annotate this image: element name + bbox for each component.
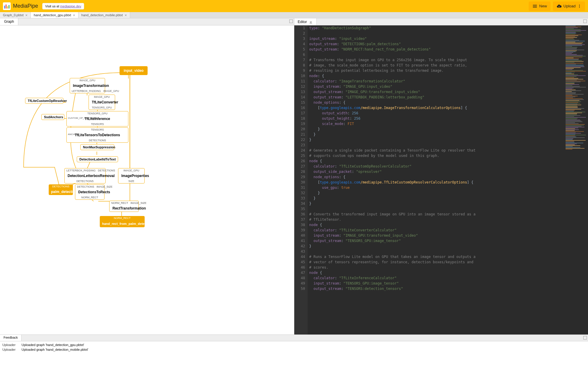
cloud-upload-icon <box>556 4 562 9</box>
node-tensors-to-detections[interactable]: TENSORS ANCHORSTfLiteTensorsToDetections… <box>66 127 128 143</box>
visit-link[interactable]: mediapipe.dev <box>60 4 81 8</box>
app-title: MediaPipe <box>13 3 38 9</box>
node-non-max-suppression[interactable]: NonMaxSuppression <box>80 144 114 150</box>
visit-chip[interactable]: Visit us at mediapipe.dev <box>42 3 84 9</box>
download-icon[interactable] <box>309 20 313 24</box>
close-icon[interactable]: × <box>25 13 28 17</box>
upload-button[interactable]: Upload <box>553 1 585 11</box>
node-tflite-inference[interactable]: TENSORS_GPU CUSTOM_OP_RESOLVERTfLiteInfe… <box>66 111 128 126</box>
file-tab[interactable]: hand_detection_mobile.pbtxt× <box>79 12 130 18</box>
visit-prefix: Visit us at <box>45 4 60 8</box>
node-title: RectTransformation <box>110 205 138 212</box>
node-palm-detections[interactable]: DETECTIONS palm_detections <box>49 184 73 195</box>
graph-pane-tabs: Graph <box>0 18 294 25</box>
tab-graph[interactable]: Graph <box>0 18 18 25</box>
node-title: ImageTransformation <box>70 82 105 89</box>
node-hand-rect[interactable]: NORM_RECT hand_rect_from_palm_detections <box>100 216 145 227</box>
editor-pane-tabs: Editor <box>294 18 588 25</box>
graph-pane: Graph input_video IMAGE_GPU ImageTransfo… <box>0 18 294 334</box>
code-content[interactable]: type: "HandDetectionSubgraph" input_stre… <box>308 25 588 334</box>
tab-feedback[interactable]: Feedback <box>0 335 22 341</box>
node-letterbox-removal[interactable]: LETTERBOX_PADDINGDETECTIONS DetectionLet… <box>64 168 106 184</box>
node-image-properties[interactable]: IMAGE_GPU ImageProperties SIZE <box>118 168 145 184</box>
node-detection-label-to-text[interactable]: DetectionLabelIdToText <box>77 156 118 162</box>
line-gutter: 1234567891011121314151617181920212223242… <box>294 25 308 334</box>
node-title: ImageProperties <box>118 173 144 179</box>
node-title: DetectionLetterboxRemoval <box>65 173 105 179</box>
upload-label: Upload <box>564 4 576 8</box>
new-label: New <box>539 4 547 8</box>
file-tab[interactable]: hand_detection_gpu.pbtxt× <box>31 12 78 18</box>
node-title: input_video <box>120 66 148 75</box>
svg-point-1 <box>579 6 580 6</box>
svg-point-0 <box>579 4 580 5</box>
node-title: palm_detections <box>49 189 73 195</box>
file-tabs: Graph_0.pbtxt×hand_detection_gpu.pbtxt×h… <box>0 12 588 18</box>
feedback-row: UploaderUploaded graph 'hand_detection_m… <box>2 347 586 352</box>
hamburger-icon <box>532 4 538 9</box>
editor-tab-label: Editor <box>298 20 307 24</box>
close-icon[interactable]: × <box>73 13 75 17</box>
node-title: DetectionsToRects <box>75 189 104 195</box>
feedback-tabs: Feedback <box>0 335 588 341</box>
node-title: TfLiteCustomOpResolver <box>25 98 63 103</box>
expand-icon[interactable] <box>289 20 293 23</box>
node-tflite-converter[interactable]: IMAGE_GPU TfLiteConverter TENSORS_GPU <box>89 95 115 110</box>
expand-icon[interactable] <box>583 20 587 23</box>
file-tab[interactable]: Graph_0.pbtxt× <box>0 12 31 18</box>
svg-point-2 <box>579 7 580 7</box>
code-editor[interactable]: 1234567891011121314151617181920212223242… <box>294 25 588 334</box>
feedback-panel: Feedback UploaderUploaded graph 'hand_de… <box>0 334 588 367</box>
node-tflite-custom-op-resolver[interactable]: TfLiteCustomOpResolver <box>25 98 63 104</box>
node-ssd-anchors[interactable]: SsdAnchors <box>41 114 64 120</box>
node-title: TfLiteTensorsToDetections <box>75 133 120 137</box>
node-image-transformation[interactable]: IMAGE_GPU ImageTransformation LETTERBOX_… <box>70 78 105 93</box>
app-header: MediaPipe Visit us at mediapipe.dev New … <box>0 0 588 12</box>
menu-dots-icon <box>577 4 582 9</box>
node-title: DetectionLabelIdToText <box>77 157 118 162</box>
expand-icon[interactable] <box>583 336 587 340</box>
tab-editor[interactable]: Editor <box>294 18 317 25</box>
editor-pane: Editor 123456789101112131415161718192021… <box>294 18 588 334</box>
logo <box>3 2 11 10</box>
feedback-row: UploaderUploaded graph 'hand_detection_g… <box>2 342 586 347</box>
feedback-body: UploaderUploaded graph 'hand_detection_g… <box>0 341 588 353</box>
node-title: NonMaxSuppression <box>81 144 114 150</box>
minimap[interactable] <box>564 25 588 334</box>
node-title: SsdAnchors <box>42 114 64 120</box>
close-icon[interactable]: × <box>125 13 127 17</box>
node-detections-to-rects[interactable]: DETECTIONSIMAGE_SIZE DetectionsToRects N… <box>75 184 104 200</box>
node-title: TfLiteConverter <box>89 99 115 105</box>
node-input-video[interactable]: input_video <box>120 66 148 75</box>
node-rect-transformation[interactable]: NORM_RECTIMAGE_SIZE RectTransformation <box>109 201 139 212</box>
node-title: hand_rect_from_palm_detections <box>100 220 145 227</box>
new-button[interactable]: New <box>529 1 551 11</box>
graph-canvas[interactable]: input_video IMAGE_GPU ImageTransformatio… <box>0 25 294 334</box>
